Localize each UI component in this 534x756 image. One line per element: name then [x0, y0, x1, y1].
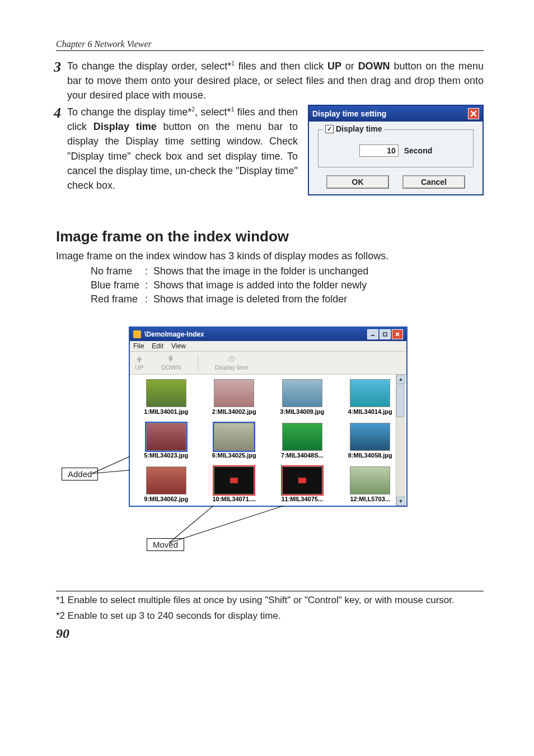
- menu-view[interactable]: View: [171, 342, 186, 350]
- index-window: \DemoImage-Index File Edit View UP DOWN: [129, 326, 407, 507]
- close-icon[interactable]: [468, 108, 479, 119]
- maximize-icon[interactable]: [380, 329, 391, 339]
- page-number: 90: [56, 626, 484, 641]
- scroll-up-icon[interactable]: ▲: [396, 375, 405, 384]
- callout-added: Added: [62, 468, 98, 480]
- footnote-1: *1 Enable to select multiple files at on…: [56, 594, 484, 607]
- thumbnail-label: 2:MIL34002.jpg: [212, 408, 256, 415]
- up-label: UP: [327, 60, 341, 72]
- step4-text-b: , select*: [195, 106, 231, 118]
- thumbnail-image: [146, 423, 186, 451]
- thumbnail-image: [350, 466, 390, 494]
- step3-text-a: To change the display order, select*: [67, 60, 231, 72]
- toolbar-up-label: UP: [135, 364, 143, 371]
- close-icon[interactable]: [392, 329, 403, 339]
- thumbnail-label: 12:MI,L5703...: [350, 496, 390, 502]
- thumbnail-label: 10:MIL34071....: [212, 496, 256, 502]
- menu-file[interactable]: File: [133, 342, 144, 350]
- thumbnail-label: 3:MIL34009.jpg: [280, 408, 324, 415]
- display-time-dialog: Display time setting ✓ Display time 10 S…: [308, 105, 484, 195]
- cancel-button[interactable]: Cancel: [402, 175, 465, 189]
- thumbnail-label: 11:MIL34075...: [281, 496, 323, 502]
- thumbnail-label: 4:MIL34014.jpg: [348, 408, 392, 415]
- step-3: 3 To change the display order, select*1 …: [56, 59, 484, 102]
- list-item[interactable]: 5:MIL34023.jpg: [133, 423, 199, 459]
- mode-blue-frame-val: Shows that image is added into the folde…: [153, 279, 373, 292]
- scroll-thumb[interactable]: [396, 385, 404, 417]
- dialog-title-text: Display time setting: [312, 109, 386, 118]
- index-title-text: \DemoImage-Index: [144, 330, 204, 338]
- chapter-header: Chapter 6 Network Viewer: [56, 39, 484, 51]
- thumbnail-image: [282, 379, 322, 407]
- callout-moved: Moved: [147, 538, 184, 551]
- mode-red-frame-val: Shows that image is deleted from the fol…: [153, 293, 373, 306]
- step3-text-b: files and then click: [235, 60, 327, 72]
- thumbnail-label: 6:MIL34025.jpg: [212, 452, 256, 459]
- thumbnail-label: 8:MIL34058.jpg: [348, 452, 392, 459]
- display-time-checkbox[interactable]: ✓: [325, 125, 334, 133]
- thumbnail-label: 9:MIL34062.jpg: [144, 496, 188, 502]
- section-intro: Image frame on the index window has 3 ki…: [56, 249, 484, 263]
- display-time-input[interactable]: 10: [359, 144, 399, 157]
- thumbnail-grid: 1:MIL34001.jpg 2:MIL34002.jpg 3:MIL34009…: [130, 375, 406, 506]
- deleted-flag-icon: [230, 478, 238, 483]
- frame-modes-table: No frame:Shows that the image in the fol…: [90, 264, 374, 307]
- toolbar: UP DOWN Display time: [130, 352, 406, 375]
- display-time-fieldset: ✓ Display time 10 Second: [318, 129, 474, 167]
- toolbar-down-button[interactable]: DOWN: [161, 355, 181, 371]
- scrollbar[interactable]: ▲ ▼: [396, 375, 405, 506]
- step-4: 4 To change the display time*2, select*1…: [56, 105, 298, 193]
- deleted-flag-icon: [298, 478, 306, 483]
- thumbnail-label: 7:MIL34048S...: [281, 452, 324, 459]
- toolbar-dt-label: Display time: [215, 364, 249, 371]
- list-item[interactable]: 9:MIL34062.jpg: [133, 466, 199, 502]
- menubar: File Edit View: [130, 341, 406, 352]
- list-item[interactable]: 8:MIL34058.jpg: [338, 423, 404, 459]
- index-titlebar: \DemoImage-Index: [130, 328, 406, 341]
- app-icon: [133, 330, 141, 338]
- thumbnail-label: 1:MIL34001.jpg: [144, 408, 188, 415]
- list-item[interactable]: 12:MI,L5703...: [338, 466, 404, 502]
- mode-blue-frame-key: Blue frame: [91, 279, 144, 292]
- thumbnail-image: [146, 379, 186, 407]
- ok-button[interactable]: OK: [326, 175, 389, 189]
- list-item[interactable]: 1:MIL34001.jpg: [133, 379, 199, 415]
- dialog-titlebar: Display time setting: [309, 106, 483, 122]
- list-item[interactable]: 7:MIL34048S...: [269, 423, 335, 459]
- step-number-3: 3: [54, 57, 61, 78]
- down-label: DOWN: [358, 60, 390, 72]
- display-time-unit: Second: [404, 146, 433, 155]
- toolbar-down-label: DOWN: [161, 364, 181, 371]
- thumbnail-image: [350, 379, 390, 407]
- svg-rect-0: [383, 333, 387, 336]
- menu-edit[interactable]: Edit: [152, 342, 163, 350]
- footnote-2: *2 Enable to set up 3 to 240 seconds for…: [56, 609, 484, 623]
- thumbnail-image: [214, 379, 254, 407]
- display-time-label: Display time: [93, 121, 157, 132]
- arrow-up-icon: [134, 355, 144, 363]
- display-time-checkbox-label: Display time: [336, 124, 382, 133]
- list-item[interactable]: 10:MIL34071....: [202, 466, 268, 502]
- scroll-down-icon[interactable]: ▼: [396, 497, 405, 506]
- list-item[interactable]: 11:MIL34075...: [269, 466, 335, 502]
- list-item[interactable]: 4:MIL34014.jpg: [338, 379, 404, 415]
- list-item[interactable]: 3:MIL34009.jpg: [269, 379, 335, 415]
- thumbnail-image: [282, 423, 322, 451]
- toolbar-display-time-button[interactable]: Display time: [215, 355, 249, 371]
- display-time-legend: ✓ Display time: [323, 124, 384, 133]
- dialog-body: ✓ Display time 10 Second OK Cancel: [309, 122, 483, 194]
- list-item[interactable]: 6:MIL34025.jpg: [202, 423, 268, 459]
- list-item[interactable]: 2:MIL34002.jpg: [202, 379, 268, 415]
- toolbar-up-button[interactable]: UP: [134, 355, 144, 371]
- step3-text-c: or: [341, 60, 358, 72]
- leader-line: [169, 505, 287, 543]
- section-heading: Image frame on the index window: [56, 228, 484, 245]
- step4-text-a: To change the display time*: [67, 106, 191, 118]
- step-number-4: 4: [54, 102, 61, 124]
- mode-no-frame-key: No frame: [91, 265, 144, 278]
- arrow-down-icon: [166, 355, 176, 363]
- thumbnail-image: [350, 423, 390, 451]
- minimize-icon[interactable]: [367, 329, 378, 339]
- mode-red-frame-key: Red frame: [91, 293, 144, 306]
- thumbnail-image: [146, 466, 186, 494]
